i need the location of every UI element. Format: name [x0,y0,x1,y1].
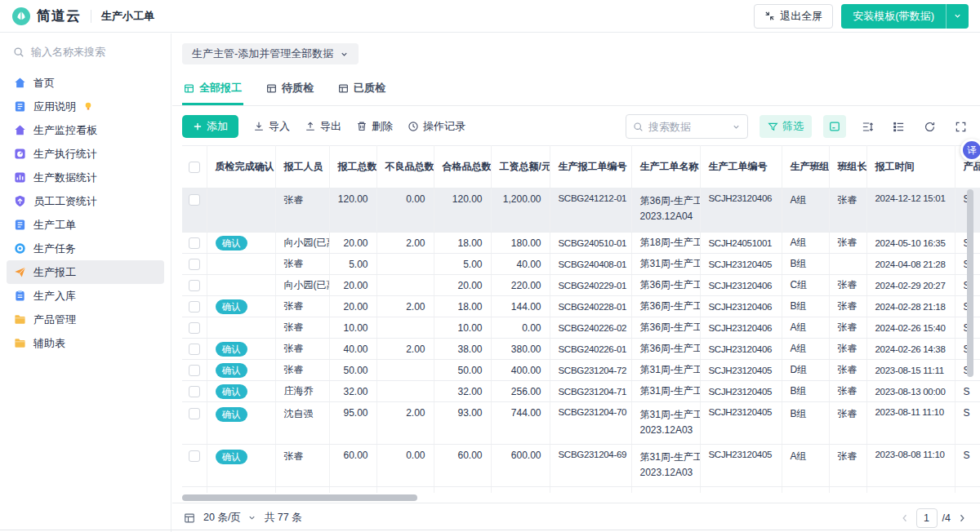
sidebar-item-11[interactable]: 产品管理 [7,308,164,331]
cell-team: A组 [782,233,829,254]
next-page-button[interactable] [956,512,969,525]
cell-qualified: 50.00 [434,360,491,381]
column-header-qualified[interactable]: 合格品总数 [434,146,491,188]
column-header-reporter[interactable]: 报工人员 [275,146,329,188]
cell-salary: 180.00 [491,233,550,254]
table-row[interactable]: 确认沈自强95.002.0093.00744.00SCBG231204-70第3… [182,402,980,445]
data-search-input[interactable] [648,121,727,133]
install-template-caret-button[interactable] [946,4,969,29]
sidebar-item-5[interactable]: 生产数据统计 [7,166,164,189]
row-checkbox[interactable] [189,280,200,291]
row-height-button[interactable] [858,117,877,136]
row-checkbox[interactable] [189,408,200,419]
horizontal-scrollbar-thumb[interactable] [182,494,417,501]
confirm-badge-button[interactable]: 确认 [216,299,247,314]
tab-inspected[interactable]: 已质检 [336,76,387,105]
confirm-badge-button[interactable]: 确认 [216,407,247,422]
column-header-order_no[interactable]: 生产工单编号 [700,146,782,188]
sidebar-item-4[interactable]: 生产执行统计 [7,142,164,166]
row-checkbox[interactable] [189,386,200,397]
cell-leader: 张睿 [829,275,866,296]
import-button[interactable]: 导入 [253,119,290,134]
exit-fullscreen-button[interactable]: 退出全屏 [754,4,833,29]
row-checkbox[interactable] [189,194,200,206]
confirm-badge-button[interactable]: 确认 [216,342,247,357]
column-header-team[interactable]: 生产班组 [782,146,829,188]
cell-salary: 744.00 [491,402,550,445]
field-list-button[interactable] [889,117,908,136]
table-row[interactable]: 确认张睿50.0050.00400.00SCBG231204-72第31周-生产… [182,360,980,381]
select-all-checkbox[interactable] [189,162,200,173]
fullscreen-table-button[interactable] [951,117,970,136]
column-header-time[interactable]: 报工时间 [866,146,955,188]
folder-icon [14,337,26,349]
operation-history-button[interactable]: 操作记录 [408,119,466,134]
row-checkbox[interactable] [189,344,200,355]
delete-button[interactable]: 删除 [356,119,393,134]
cell-order_no: SCJH23120406 [700,339,782,360]
sidebar-item-2[interactable]: 应用说明 [7,95,164,118]
table-row[interactable]: 张睿10.0010.000.00SCBG240226-02第36周-生产工…SC… [182,317,980,339]
filter-button[interactable]: 筛选 [760,115,812,138]
main-content: 生产主管-添加并管理全部数据 全部报工 待质检 已质检 添加 导入 [172,33,980,532]
tab-pending-inspection[interactable]: 待质检 [265,76,315,105]
cell-confirm: 确认 [207,381,275,402]
cell-salary: 600.00 [491,445,550,487]
tab-all-reports[interactable]: 全部报工 [182,76,243,105]
prev-page-button[interactable] [898,512,911,525]
column-header-report_no[interactable]: 生产报工单编号 [550,146,631,188]
empty-cell [275,487,329,494]
cell-leader: 张睿 [829,360,866,381]
sidebar-item-7[interactable]: 生产工单 [7,213,164,237]
card-view-button[interactable] [823,115,846,138]
sidebar-search-input[interactable]: 输入名称来搜索 [7,45,164,71]
table-row[interactable]: 确认张睿40.002.0038.00380.00SCBG240226-01第36… [182,339,980,360]
sidebar-item-9[interactable]: 生产报工 [7,260,164,284]
sidebar-item-8[interactable]: 生产任务 [7,237,164,260]
sidebar-item-12[interactable]: 辅助表 [7,331,164,355]
table-row[interactable]: 确认向小园(已离…20.002.0018.00180.00SCBG240510-… [182,233,980,254]
row-checkbox[interactable] [189,322,200,334]
table-row[interactable]: 确认庄海乔32.0032.00256.00SCBG231204-71第31周-生… [182,381,980,402]
column-header-defect[interactable]: 不良品总数 [376,146,434,188]
row-checkbox[interactable] [189,259,200,270]
page-size-dropdown[interactable]: 20 条/页 [203,511,256,525]
column-header-order_name[interactable]: 生产工单名称 [631,146,700,188]
install-template-group: 安装模板(带数据) [841,4,969,29]
chevron-down-icon[interactable] [732,122,741,131]
row-checkbox[interactable] [189,365,200,376]
cell-confirm [207,275,275,296]
row-checkbox[interactable] [189,237,200,249]
add-button[interactable]: 添加 [182,115,238,138]
table-row[interactable]: 张睿5.005.0040.00SCBG240408-01第31周-生产工…SCJ… [182,254,980,275]
column-header-salary[interactable]: 工资总额/元 [491,146,550,188]
sidebar-item-3[interactable]: 生产监控看板 [7,118,164,142]
sidebar-item-1[interactable]: 首页 [7,71,164,95]
vertical-scrollbar[interactable] [967,189,973,377]
sidebar-item-10[interactable]: 生产入库 [7,284,164,308]
confirm-badge-button[interactable]: 确认 [216,384,247,399]
confirm-badge-button[interactable]: 确认 [216,236,247,250]
column-header-leader[interactable]: 班组长 [829,146,866,188]
column-header-total[interactable]: 报工总数 [329,146,376,188]
sidebar-item-6[interactable]: 员工工资统计 [7,189,164,213]
row-checkbox[interactable] [189,450,200,462]
report-table: 质检完成确认报工人员报工总数不良品总数合格品总数工资总额/元生产报工单编号生产工… [182,145,980,493]
export-button[interactable]: 导出 [305,119,341,134]
brand-logo[interactable]: 简道云 [11,7,81,26]
row-checkbox[interactable] [189,301,200,313]
confirm-badge-button[interactable]: 确认 [216,450,247,464]
confirm-badge-button[interactable]: 确认 [216,363,247,378]
page-bottom-edge [0,530,980,530]
table-row[interactable]: 向小园(已离…20.0020.00220.00SCBG240229-01第36周… [182,275,980,296]
translate-floating-button[interactable]: 译 [960,139,980,162]
refresh-button[interactable] [920,117,939,136]
current-page-box[interactable]: 1 [916,508,938,528]
table-row[interactable]: 确认张睿60.000.0060.00600.00SCBG231204-69第31… [182,445,980,487]
table-row[interactable]: 张睿120.000.00120.001,200.00SCBG241212-01第… [182,188,980,233]
permission-dropdown[interactable]: 生产主管-添加并管理全部数据 [182,43,359,64]
home-icon [14,77,26,89]
column-header-confirm[interactable]: 质检完成确认 [207,146,275,188]
install-template-button[interactable]: 安装模板(带数据) [841,4,946,29]
table-row[interactable]: 确认张睿20.002.0018.00144.00SCBG240228-01第36… [182,296,980,317]
